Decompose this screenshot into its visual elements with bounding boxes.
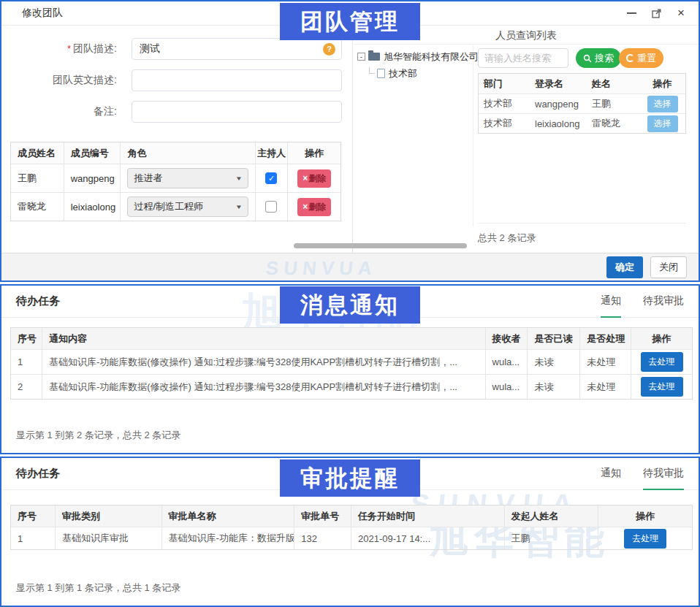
org-tree: - 旭华智能科技有限公司 技术部 — [357, 48, 479, 82]
screen: 修改团队 × 团队管理 *团队描述: ? 团队英文描述: — [0, 0, 700, 607]
chevron-down-icon: ▼ — [235, 175, 242, 182]
message-notice-banner: 消息通知 — [280, 286, 420, 324]
collapse-icon[interactable]: - — [357, 53, 365, 61]
watermark-sunvua: SUNVUA — [265, 257, 378, 280]
select-button[interactable]: 选择 — [647, 115, 678, 132]
team-desc-label: *团队描述: — [1, 42, 124, 56]
team-dialog: 修改团队 × 团队管理 *团队描述: ? 团队英文描述: — [0, 0, 700, 282]
tab-notifications[interactable]: 通知 — [601, 286, 621, 318]
close-icon[interactable]: × — [675, 7, 687, 19]
role-select-value: 推进者 — [134, 172, 162, 185]
horizontal-scrollbar[interactable] — [294, 243, 467, 248]
no-cell: 1 — [11, 527, 55, 549]
col-form-name: 审批单名称 — [161, 505, 294, 527]
receiver-cell: wula... — [485, 350, 528, 374]
tabs: 通知 待我审批 — [601, 458, 684, 490]
team-desc-input[interactable] — [132, 38, 342, 60]
action-cell: 选择 — [639, 115, 685, 132]
delete-button[interactable]: ×删除 — [297, 198, 331, 216]
form-no-cell: 132 — [294, 527, 351, 549]
refresh-icon — [626, 54, 634, 62]
receiver-cell: wula... — [485, 375, 528, 399]
panel-title: 待办任务 — [16, 467, 60, 481]
col-actions: 操作 — [287, 142, 341, 164]
go-handle-button[interactable]: 去处理 — [624, 529, 666, 549]
member-row: 王鹏 wangpeng 推进者 ▼ ×删除 — [11, 164, 341, 192]
approval-panel: SUNVUA 旭华智能 待办任务 通知 待我审批 审批提醒 序号 审批类别 审批… — [0, 457, 700, 607]
remark-input[interactable] — [132, 101, 342, 123]
notification-row: 2 基础知识库-功能库数据(修改操作) 通知:过程步骤:编号328使用KAPP割… — [11, 374, 692, 399]
form-row-team-desc-en: 团队英文描述: — [1, 69, 352, 91]
col-name: 姓名 — [587, 77, 639, 91]
notify-panel: 旭华智能 待办任务 通知 待我审批 消息通知 序号 通知内容 接收者 是否已读 … — [0, 284, 700, 454]
action-cell: 选择 — [639, 96, 685, 112]
reset-button[interactable]: 重置 — [619, 48, 663, 68]
col-actions: 操作 — [598, 505, 692, 527]
role-select[interactable]: 推进者 ▼ — [127, 168, 248, 188]
col-dept: 部门 — [479, 77, 530, 91]
search-input[interactable] — [478, 48, 568, 68]
action-cell: ×删除 — [287, 164, 341, 192]
role-cell: 过程/制造工程师 ▼ — [120, 193, 254, 221]
col-member-code: 成员编号 — [64, 142, 121, 164]
vertical-divider — [352, 26, 353, 253]
team-desc-en-input[interactable] — [132, 69, 342, 91]
members-table: 成员姓名 成员编号 角色 主持人 操作 王鹏 wangpeng 推进者 ▼ — [10, 142, 341, 221]
col-read: 是否已读 — [527, 328, 579, 349]
handled-cell: 未处理 — [579, 350, 631, 374]
content-cell: 基础知识库-功能库数据(修改操作) 通知:过程步骤:编号328使用KAPP割槽机… — [42, 350, 485, 374]
team-desc-en-label: 团队英文描述: — [1, 74, 124, 87]
file-icon — [377, 69, 385, 78]
approval-row: 1 基础知识库审批 基础知识库-功能库：数据升版... 132 2021-09-… — [11, 527, 692, 549]
col-member-name: 成员姓名 — [11, 142, 64, 164]
role-select-value: 过程/制造工程师 — [134, 200, 203, 213]
col-form-no: 审批单号 — [294, 505, 351, 527]
confirm-button[interactable]: 确定 — [606, 256, 643, 278]
tree-node-company[interactable]: - 旭华智能科技有限公司 — [357, 48, 479, 65]
read-cell: 未读 — [527, 350, 579, 374]
read-cell: 未读 — [527, 375, 579, 399]
tab-my-approvals[interactable]: 待我审批 — [643, 286, 684, 318]
notifications-table: 序号 通知内容 接收者 是否已读 是否处理 操作 1 基础知识库-功能库数据(修… — [10, 327, 693, 400]
host-checkbox[interactable] — [265, 201, 277, 213]
action-cell: ×删除 — [287, 193, 341, 221]
close-button[interactable]: 关闭 — [650, 256, 687, 278]
x-icon: × — [303, 173, 308, 183]
people-row: 技术部 wangpeng 王鹏 选择 — [479, 93, 685, 113]
action-cell: 去处理 — [631, 375, 692, 399]
host-checkbox[interactable] — [265, 172, 277, 184]
pagination-summary: 显示第 1 到第 1 条记录，总共 1 条记录 — [16, 581, 180, 595]
dept-cell: 技术部 — [479, 117, 530, 130]
minimize-icon[interactable] — [625, 7, 637, 19]
search-icon — [583, 54, 592, 63]
folder-icon — [368, 53, 380, 61]
col-role: 角色 — [120, 142, 254, 164]
dialog-footer: SUNVUA 确定 关闭 — [1, 253, 699, 280]
col-no: 序号 — [11, 505, 55, 527]
category-cell: 基础知识库审批 — [55, 527, 161, 549]
col-login: 登录名 — [530, 77, 587, 91]
go-handle-button[interactable]: 去处理 — [641, 352, 683, 372]
role-select[interactable]: 过程/制造工程师 ▼ — [127, 196, 248, 217]
help-icon[interactable]: ? — [323, 43, 335, 56]
host-cell — [255, 164, 288, 192]
col-start-time: 任务开始时间 — [351, 505, 504, 527]
form-row-team-desc: *团队描述: ? — [1, 38, 352, 60]
search-button[interactable]: 搜索 — [576, 48, 621, 68]
notification-row: 1 基础知识库-功能库数据(修改操作) 通知:过程步骤:编号328使用KAPP割… — [11, 349, 692, 374]
maximize-icon[interactable] — [650, 7, 662, 19]
tree-connector — [369, 67, 375, 74]
tab-my-approvals[interactable]: 待我审批 — [643, 458, 684, 490]
delete-button[interactable]: ×删除 — [297, 169, 331, 188]
tab-notifications[interactable]: 通知 — [601, 458, 621, 490]
go-handle-button[interactable]: 去处理 — [641, 377, 683, 397]
content-cell: 基础知识库-功能库数据(修改操作) 通知:过程步骤:编号328使用KAPP割槽机… — [42, 375, 485, 399]
required-asterisk: * — [67, 43, 71, 54]
select-button[interactable]: 选择 — [647, 96, 678, 112]
name-cell: 王鹏 — [587, 97, 639, 110]
window-controls: × — [625, 7, 687, 19]
chevron-down-icon: ▼ — [235, 204, 242, 210]
role-cell: 推进者 ▼ — [120, 164, 254, 192]
tree-node-dept[interactable]: 技术部 — [357, 65, 479, 82]
people-table: 部门 登录名 姓名 操作 技术部 wangpeng 王鹏 选择 技术部 leix… — [478, 73, 686, 134]
